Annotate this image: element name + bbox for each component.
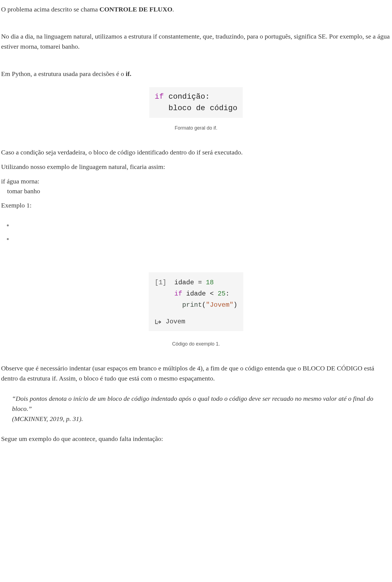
list-item bbox=[13, 220, 391, 224]
paragraph-if-python: Em Python, a estrutura usada para decisõ… bbox=[1, 69, 391, 79]
keyword-if: if. bbox=[126, 70, 131, 77]
code-keyword: if bbox=[155, 92, 164, 101]
code-text: condição: bbox=[164, 92, 210, 101]
code-text: idade = bbox=[174, 279, 206, 286]
text: Em Python, a estrutura usada para decisõ… bbox=[1, 70, 126, 77]
code-text: ( bbox=[202, 301, 206, 309]
output-text: Jovem bbox=[166, 316, 185, 327]
figure-exemplo1: [1] idade = 18 if idade < 25: print("Jov… bbox=[1, 272, 391, 348]
code-text: bloco de código bbox=[155, 103, 237, 114]
paragraph-intro: O problema acima descrito se chama CONTR… bbox=[1, 4, 391, 14]
text: O problema acima descrito se chama bbox=[1, 6, 100, 13]
paragraph-indentacao: Observe que é necessário indentar (usar … bbox=[1, 363, 391, 384]
figure-caption: Formato geral do if. bbox=[1, 124, 391, 132]
code-text: : bbox=[226, 290, 229, 297]
code-function: print bbox=[182, 301, 202, 309]
term-controle-fluxo: CONTROLE DE FLUXO bbox=[100, 6, 172, 13]
blockquote-mckinney: “Dois pontos denota o início de um bloco… bbox=[12, 394, 391, 424]
empty-bullet-list bbox=[1, 220, 391, 238]
code-block-exemplo1: [1] idade = 18 if idade < 25: print("Jov… bbox=[149, 272, 243, 331]
pseudocode-line: tomar banho bbox=[1, 186, 391, 196]
code-string: "Jovem" bbox=[206, 301, 233, 309]
quote-text: “Dois pontos denota o início de um bloco… bbox=[12, 395, 373, 412]
figure-if-format: if condição: bloco de código Formato ger… bbox=[1, 87, 391, 132]
paragraph-falta-indentacao: Segue um exemplo do que acontece, quando… bbox=[1, 434, 391, 444]
code-number: 25 bbox=[218, 290, 226, 297]
text: . bbox=[172, 6, 174, 13]
paragraph-exemplo1: Exemplo 1: bbox=[1, 200, 391, 210]
figure-caption: Código do exemplo 1. bbox=[1, 340, 391, 348]
output-arrow-icon bbox=[155, 319, 162, 325]
code-text: ) bbox=[233, 301, 237, 309]
list-item bbox=[13, 234, 391, 238]
paragraph-if-natural: No dia a dia, na linguagem natural, util… bbox=[1, 31, 391, 52]
quote-citation: (MCKINNEY, 2019, p. 31). bbox=[12, 415, 83, 422]
output-row: Jovem bbox=[155, 316, 237, 327]
code-keyword: if bbox=[174, 290, 182, 297]
paragraph-exemplo-natural: Utilizando nosso exemplo de linguagem na… bbox=[1, 162, 391, 172]
paragraph-condicao: Caso a condição seja verdadeira, o bloco… bbox=[1, 147, 391, 157]
code-number: 18 bbox=[206, 279, 214, 286]
cell-number: [1] bbox=[155, 279, 166, 286]
code-text: idade < bbox=[182, 290, 218, 297]
code-block-if-format: if condição: bloco de código bbox=[149, 87, 243, 118]
pseudocode-block: if água morna: tomar banho bbox=[1, 176, 391, 196]
document-page: O problema acima descrito se chama CONTR… bbox=[0, 4, 392, 459]
pseudocode-line: if água morna: bbox=[1, 178, 39, 185]
